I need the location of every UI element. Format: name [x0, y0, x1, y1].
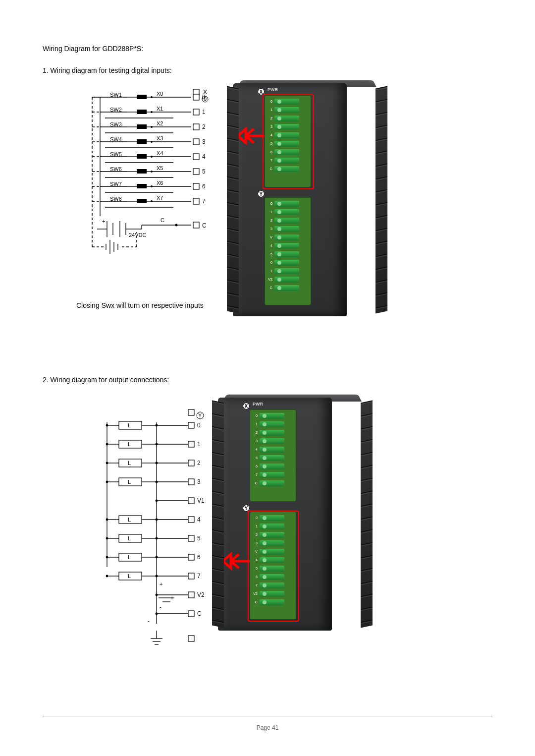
svg-text:6: 6: [202, 183, 206, 190]
svg-text:X6: X6: [157, 180, 163, 186]
svg-point-181: [106, 556, 108, 559]
svg-text:X2: X2: [157, 120, 163, 126]
svg-rect-51: [137, 154, 147, 159]
svg-text:4: 4: [202, 153, 206, 160]
input-row: SW1 X0 0: [92, 91, 206, 112]
terminal-row: V2: [251, 589, 295, 598]
input-row: SW2 X1 1: [92, 106, 206, 127]
module-right-edge: [375, 86, 387, 313]
input-row: SW7 X6 6: [92, 180, 206, 201]
svg-text:SW3: SW3: [110, 121, 122, 127]
svg-rect-160: [188, 517, 194, 523]
input-row: SW5 X4 4: [92, 150, 206, 172]
svg-rect-39: [137, 139, 147, 144]
svg-text:X0: X0: [157, 91, 163, 97]
svg-text:X5: X5: [157, 165, 163, 171]
svg-rect-87: [137, 199, 147, 203]
input-schematic-svg: .t { font: 12px Arial; } .ts { font: 11p…: [77, 88, 216, 291]
svg-rect-15: [137, 110, 147, 114]
svg-text:C: C: [160, 217, 164, 223]
terminal-row: 4: [266, 241, 310, 250]
svg-text:SW4: SW4: [110, 136, 122, 142]
svg-text:L: L: [128, 422, 131, 428]
svg-text:6: 6: [197, 554, 201, 561]
input-row: SW8 X7 7: [92, 195, 206, 216]
input-schematic: .t { font: 12px Arial; } .ts { font: 11p…: [77, 88, 216, 291]
svg-text:1: 1: [202, 109, 206, 116]
svg-text:C: C: [197, 610, 202, 617]
terminal-row: 4: [251, 445, 295, 454]
terminal-block-x: X 01234567C: [265, 95, 311, 187]
svg-text:Y: Y: [198, 412, 202, 418]
svg-text:7: 7: [197, 573, 201, 580]
svg-text:SW2: SW2: [110, 107, 122, 113]
terminal-block-x-2: X 01234567C: [250, 409, 296, 502]
svg-text:L: L: [128, 479, 131, 485]
figure-outputs: .t { font: 12px Arial; } .ts { font: 11p…: [43, 398, 492, 655]
terminal-row: 7: [266, 267, 310, 275]
input-row: SW3 X2 2: [92, 120, 206, 142]
terminal-block-y-2: Y 0123V4567V2C: [250, 512, 296, 620]
svg-text:0: 0: [202, 94, 206, 101]
terminal-row: 4: [251, 556, 295, 564]
svg-text:1: 1: [197, 441, 201, 448]
svg-text:5: 5: [202, 168, 206, 175]
terminal-row: 3: [251, 437, 295, 445]
svg-rect-156: [188, 498, 194, 504]
module-right-edge: [361, 400, 373, 628]
svg-text:L: L: [128, 460, 131, 466]
svg-text:L: L: [128, 535, 131, 541]
svg-rect-214: [188, 636, 194, 641]
terminal-block-y: Y 0123V4567V2C: [265, 197, 311, 305]
svg-rect-47: [193, 139, 199, 145]
svg-text:X4: X4: [157, 150, 163, 156]
terminal-row: V: [251, 547, 295, 556]
section1-title: 1. Wiring diagram for testing digital in…: [43, 66, 492, 74]
terminal-row: 1: [266, 106, 310, 114]
highlight-arrow-inputs: [236, 126, 266, 146]
highlight-arrow-outputs: [221, 551, 251, 571]
svg-rect-4: [137, 95, 147, 99]
terminal-row: 6: [251, 573, 295, 581]
terminal-row: 3: [266, 122, 310, 131]
svg-text:X3: X3: [157, 135, 163, 141]
terminal-row: C: [266, 284, 310, 292]
svg-text:2: 2: [202, 123, 206, 130]
terminal-row: 5: [266, 250, 310, 258]
terminal-row: 2: [266, 216, 310, 225]
svg-text:2: 2: [197, 460, 201, 466]
page-number: Page 41: [0, 724, 535, 731]
svg-rect-75: [137, 184, 147, 188]
marker-y-2: Y: [243, 505, 250, 512]
input-row: SW6 X5 5: [92, 165, 206, 186]
svg-point-159: [156, 500, 158, 502]
svg-rect-27: [137, 124, 147, 129]
svg-rect-147: [188, 479, 194, 485]
input-row: SW4 X3 3: [92, 135, 206, 157]
svg-rect-120: [188, 422, 194, 428]
terminal-row: 5: [266, 139, 310, 148]
svg-point-132: [106, 443, 108, 446]
svg-point-123: [106, 424, 108, 427]
output-schematic-svg: .t { font: 12px Arial; } .ts { font: 11p…: [87, 407, 211, 655]
marker-y: Y: [258, 190, 265, 197]
terminal-row: V: [266, 233, 310, 241]
svg-text:SW5: SW5: [110, 151, 122, 157]
svg-text:-: -: [160, 604, 161, 610]
svg-text:SW8: SW8: [110, 196, 122, 202]
terminal-row: 6: [266, 148, 310, 156]
svg-text:C: C: [202, 222, 207, 229]
svg-text:L: L: [128, 573, 131, 579]
svg-text:SW7: SW7: [110, 181, 122, 187]
svg-rect-35: [193, 124, 199, 130]
module-left-edge: [227, 86, 239, 313]
svg-point-150: [106, 481, 108, 483]
caption-inputs: Closing Swx will turn on respective inpu…: [76, 301, 204, 309]
section2-title: 2. Wiring diagram for output connections…: [43, 376, 492, 384]
terminal-row: 4: [266, 131, 310, 139]
pwr-label-2: PWR: [253, 402, 263, 407]
svg-text:3: 3: [202, 138, 206, 145]
svg-text:7: 7: [202, 198, 206, 205]
svg-rect-169: [188, 535, 194, 541]
svg-rect-63: [137, 169, 147, 174]
